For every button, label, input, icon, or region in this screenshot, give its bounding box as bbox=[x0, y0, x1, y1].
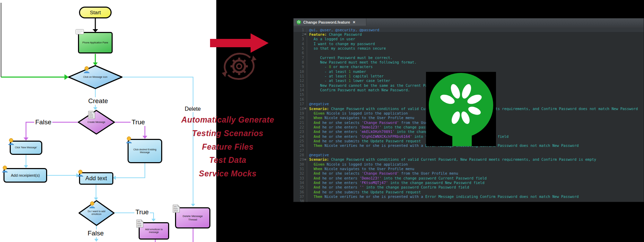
person-icon bbox=[7, 138, 15, 145]
line-number: 22 bbox=[294, 125, 304, 129]
code-token-desc: - at least bbox=[309, 74, 349, 78]
code-token-step: Nicole verifies he or she is presented w… bbox=[322, 194, 425, 199]
flow-node-start: Start bbox=[79, 7, 112, 18]
line-number: 17 bbox=[294, 102, 304, 106]
code-line: 8 New Password must meet the following f… bbox=[294, 60, 644, 64]
code-token-step: he or she enters bbox=[320, 176, 360, 180]
line-number: 16 bbox=[294, 97, 304, 101]
code-token-desc: Change Password bbox=[327, 32, 362, 36]
code-token-step: Nicole navigates to the User Profile men… bbox=[322, 167, 415, 171]
cucumber-logo bbox=[426, 72, 496, 146]
svg-text:Create Message: Create Message bbox=[87, 121, 105, 124]
flow-node-label: Delete Message Thread bbox=[178, 215, 207, 221]
flow-node-label: Phone Application Pane bbox=[82, 41, 108, 44]
code-token-skw: Then bbox=[309, 143, 322, 148]
note-icon bbox=[76, 29, 84, 34]
person-icon bbox=[83, 66, 90, 74]
flow-node-label: Add emoticon to message bbox=[142, 228, 166, 234]
line-number: 15 bbox=[294, 92, 304, 97]
code-token-str: 'Change Password' bbox=[362, 171, 399, 175]
line-number: 30 bbox=[294, 162, 304, 166]
tab-change-password-feature[interactable]: Change Password.feature × bbox=[294, 18, 366, 26]
line-number: 31 bbox=[294, 167, 304, 171]
code-token-desc: - at least bbox=[309, 69, 349, 74]
line-number: 26 bbox=[294, 143, 304, 148]
code-token-desc: Change Password with conditions of valid… bbox=[329, 157, 596, 161]
svg-text:1010: 1010 bbox=[89, 116, 93, 118]
code-line: 35 And he or she enters '' into the chan… bbox=[294, 185, 644, 190]
flow-node-click-desired-existing-message: Click desired Existing Message bbox=[128, 139, 162, 163]
line-number: 1 bbox=[294, 28, 304, 32]
code-token-step: he or she enters bbox=[320, 181, 360, 185]
code-token-desc: the Update Password request bbox=[359, 190, 421, 194]
code-token-desc: Confirm Password must match New Password… bbox=[309, 88, 410, 92]
code-token-skw: And bbox=[309, 181, 320, 185]
code-token-skw: And bbox=[309, 171, 320, 175]
edge-label-true: True bbox=[131, 118, 146, 126]
code-token-desc: Current Password must be correct. bbox=[309, 56, 392, 60]
line-number: 38 bbox=[294, 199, 304, 202]
edge-label-false: False bbox=[87, 230, 105, 237]
fold-icon[interactable]: ⊖ bbox=[304, 158, 306, 161]
code-token-step: Nicole navigates to the User Profile men… bbox=[322, 116, 415, 120]
svg-text:Click on Message icon: Click on Message icon bbox=[83, 76, 107, 78]
line-number: 18 bbox=[294, 107, 304, 111]
flow-node-label: Click 'New Message' bbox=[15, 146, 37, 149]
code-token-skw: Given bbox=[309, 162, 324, 166]
flow-node-do-i-want-to-add-emoticon: Do I want to add emoticon bbox=[79, 200, 114, 226]
svg-text:1010: 1010 bbox=[174, 210, 178, 212]
red-caption-line: Test Data bbox=[209, 156, 246, 165]
code-token-str: 'Demo123!' bbox=[359, 125, 381, 129]
person-icon bbox=[125, 136, 133, 144]
code-token-kw: Scenario: bbox=[309, 157, 329, 161]
code-line: 32 And he or she selects 'Change Passwor… bbox=[294, 171, 644, 176]
line-number: 7 bbox=[294, 56, 304, 60]
edge-label-true: True bbox=[134, 208, 150, 216]
code-token-kw: Scenario: bbox=[309, 107, 329, 111]
code-line: 33 And he or she enters 'Demo123!' into … bbox=[294, 176, 644, 180]
code-token-desc: New Password cannot be the same as the C… bbox=[309, 83, 443, 87]
fold-icon[interactable]: ⊖ bbox=[304, 32, 306, 36]
code-token-str: 'GtghGIWNXCKchFPRbs6164' bbox=[359, 134, 412, 139]
flow-node-label: Click desired Existing Message bbox=[131, 148, 159, 154]
fold-icon[interactable]: ⊖ bbox=[304, 107, 306, 110]
red-caption-line: Automatically Generate bbox=[181, 115, 274, 125]
code-token-desc: into the change password Confirm Passwor… bbox=[364, 185, 469, 189]
red-caption-line: Testing Scenarios bbox=[192, 129, 263, 138]
code-token-str: 'mkELkOHzh70891' bbox=[359, 130, 394, 134]
code-token-step: he or she submits bbox=[320, 190, 360, 194]
code-line: 30 Given Nicole is logged into the appli… bbox=[294, 162, 644, 166]
binary-icon: 10101011010 bbox=[88, 111, 95, 119]
code-line: 31 When Nicole navigates to the User Pro… bbox=[294, 166, 644, 171]
code-token-desc: into the change password New Password fi… bbox=[388, 181, 485, 185]
line-number: 20 bbox=[294, 116, 304, 120]
automation-gear-icon bbox=[220, 51, 259, 82]
flow-node-create-message: Create Message bbox=[78, 110, 115, 134]
line-number: 34 bbox=[294, 181, 304, 185]
code-token-desc: so that my accounts remain secure bbox=[309, 46, 386, 50]
code-token-skw: When bbox=[309, 167, 322, 171]
line-number: 9 bbox=[294, 65, 304, 69]
line-number: 24 bbox=[294, 134, 304, 139]
code-token-step: Nicole verifies he or she is presented w… bbox=[322, 143, 425, 148]
code-token-tag: @negative bbox=[309, 102, 329, 106]
code-token-desc: lower case letter bbox=[351, 78, 390, 83]
tab-close-icon[interactable]: × bbox=[353, 20, 355, 25]
code-token-skw: And bbox=[309, 185, 320, 189]
code-token-desc: or more characters bbox=[331, 65, 373, 69]
code-line: 4 I want to change my password bbox=[294, 41, 644, 46]
person-icon bbox=[77, 169, 84, 177]
code-token-skw: When bbox=[309, 116, 322, 120]
code-token-desc: Error Message indicating Confirm Passswo… bbox=[425, 194, 579, 199]
code-token-desc: capital letter bbox=[351, 74, 384, 78]
svg-text:1010: 1010 bbox=[137, 225, 141, 227]
code-line: 29⊖Scenario: Change Password with condit… bbox=[294, 157, 644, 162]
code-token-skw: And bbox=[309, 125, 320, 129]
red-caption-line: Service Mocks bbox=[199, 169, 256, 178]
line-number: 35 bbox=[294, 185, 304, 189]
line-number: 2 bbox=[294, 32, 304, 36]
code-token-skw: And bbox=[309, 130, 320, 134]
person-icon bbox=[88, 201, 96, 209]
line-number: 21 bbox=[294, 120, 304, 125]
code-token-str: 'FKtsoMQTj47' bbox=[359, 181, 388, 185]
